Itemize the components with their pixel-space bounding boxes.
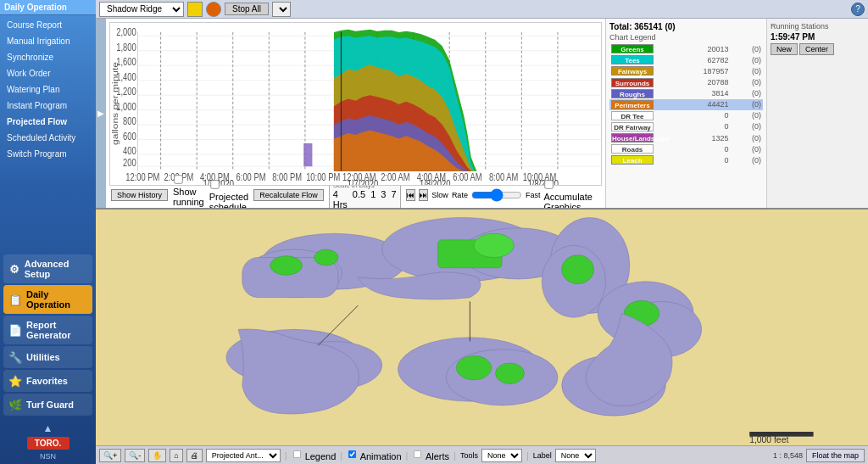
sidebar-item-instant-program[interactable]: Instant Program: [0, 98, 96, 114]
legend-row[interactable]: Greens 20013 (0): [609, 43, 763, 54]
svg-text:1/7/2020: 1/7/2020: [348, 178, 378, 185]
label-dropdown[interactable]: None: [555, 449, 596, 462]
sidebar-item-switch-program[interactable]: Switch Program: [0, 146, 96, 162]
toro-logo: TORO.: [27, 437, 70, 450]
turf-guard-icon: 🌿: [8, 398, 22, 411]
report-generator-icon: 📄: [8, 323, 22, 337]
big-nav-daily-operation[interactable]: 📋 Daily Operation: [3, 285, 92, 314]
legend-row[interactable]: House/Landscape 1325 (0): [609, 132, 763, 143]
svg-text:400: 400: [123, 145, 136, 156]
scale-values: 4 Hrs 0.5 1 3 7: [333, 189, 397, 209]
svg-text:1/8/2020: 1/8/2020: [420, 178, 450, 185]
play-forward-button[interactable]: ⏭: [419, 189, 428, 201]
play-back-button[interactable]: ⏮: [406, 189, 415, 201]
utilities-icon: 🔧: [8, 350, 22, 364]
scroll-up-arrow[interactable]: ▲: [43, 422, 53, 434]
legend-row[interactable]: Leach 0 (0): [609, 154, 763, 165]
chart-area: gallons per minute 2,000 1,800 1,600 1,4…: [106, 19, 605, 208]
show-running-checkbox[interactable]: [174, 175, 182, 183]
sidebar-item-scheduled-activity[interactable]: Scheduled Activity: [0, 130, 96, 146]
legend-row[interactable]: Fairways 187957 (0): [609, 65, 763, 76]
yellow-indicator[interactable]: [187, 2, 203, 17]
sidebar-item-work-order[interactable]: Work Order: [0, 65, 96, 81]
legend-panel: Total: 365141 (0) Chart Legend Greens 20…: [605, 19, 766, 208]
legend-row[interactable]: Perimeters 44421 (0): [609, 99, 763, 110]
big-nav-report-generator[interactable]: 📄 Report Generator: [3, 316, 92, 344]
svg-text:2:00 AM: 2:00 AM: [381, 171, 409, 182]
new-button[interactable]: New: [771, 43, 798, 55]
svg-text:1,000: 1,000: [116, 100, 136, 111]
legend-checkbox[interactable]: [293, 450, 301, 458]
help-button[interactable]: ?: [851, 3, 865, 16]
speed-slider[interactable]: [471, 191, 522, 199]
daily-operation-label: Daily Operation: [26, 289, 87, 310]
legend-row[interactable]: Roads 0 (0): [609, 143, 763, 154]
sidebar-item-synchronize[interactable]: Synchronize: [0, 49, 96, 65]
zoom-in-button[interactable]: 🔍+: [99, 449, 121, 462]
advanced-setup-icon: ⚙: [8, 262, 20, 276]
svg-text:1/8/2020: 1/8/2020: [528, 178, 559, 185]
big-nav-advanced-setup[interactable]: ⚙ Advanced Setup: [3, 254, 92, 283]
fast-label: Fast: [526, 191, 541, 199]
turf-guard-label: Turf Guard: [26, 400, 74, 410]
legend-row[interactable]: DR Tee 0 (0): [609, 110, 763, 121]
separator-3: |: [406, 450, 409, 461]
legend-row[interactable]: Surrounds 20788 (0): [609, 76, 763, 87]
legend-row[interactable]: Tees 62782 (0): [609, 54, 763, 65]
panel-left-arrow[interactable]: ▶: [96, 19, 106, 208]
main-content: Shadow Ridge Stop All ? ▶ gallons per mi…: [96, 0, 868, 464]
alerts-checkbox[interactable]: [414, 450, 421, 458]
animation-label: Animation: [347, 449, 401, 461]
svg-text:1,400: 1,400: [116, 71, 136, 82]
course-dropdown[interactable]: Shadow Ridge: [99, 2, 184, 17]
sidebar-item-watering-plan[interactable]: Watering Plan: [0, 81, 96, 98]
print-button[interactable]: 🖨: [186, 449, 203, 462]
stop-mode-dropdown[interactable]: [272, 2, 291, 17]
slow-label: Slow: [431, 191, 448, 199]
center-button[interactable]: Center: [799, 43, 834, 55]
stop-all-button[interactable]: Stop All: [225, 3, 269, 15]
legend-row[interactable]: DR Fairway 0 (0): [609, 121, 763, 132]
svg-text:2,000: 2,000: [116, 26, 136, 37]
reset-button[interactable]: ⌂: [170, 449, 182, 462]
orange-indicator[interactable]: [206, 2, 221, 17]
separator-4: |: [453, 450, 456, 461]
big-nav-utilities[interactable]: 🔧 Utilities: [3, 346, 92, 368]
chart-controls: Show History Show running in map Project…: [109, 186, 602, 204]
svg-text:800: 800: [123, 115, 136, 126]
svg-text:200: 200: [123, 157, 136, 168]
sidebar-item-projected-flow[interactable]: Projected Flow: [0, 114, 96, 130]
svg-point-62: [314, 249, 338, 266]
sidebar-item-course-report[interactable]: Course Report: [0, 17, 96, 33]
tools-dropdown[interactable]: None: [481, 449, 522, 462]
advanced-setup-label: Advanced Setup: [25, 259, 87, 279]
pan-button[interactable]: ✋: [148, 449, 166, 462]
show-history-button[interactable]: Show History: [111, 189, 168, 201]
projected-schedule-checkbox[interactable]: [210, 180, 219, 188]
map-scale: 1 : 8,548: [773, 451, 803, 460]
separator-2: |: [340, 450, 342, 461]
svg-point-80: [496, 363, 525, 384]
animation-checkbox[interactable]: [348, 450, 356, 458]
daily-operation-icon: 📋: [8, 293, 22, 306]
favorites-label: Favorites: [26, 376, 68, 386]
projected-ant-dropdown[interactable]: Projected Ant...: [206, 449, 281, 462]
recalculate-flow-button[interactable]: Recalculate Flow: [253, 189, 324, 201]
accumulate-checkbox[interactable]: [545, 180, 554, 188]
legend-label: Legend: [292, 449, 337, 461]
sidebar-item-manual-irrigation[interactable]: Manual Irrigation: [0, 33, 96, 49]
rate-label: Rate: [452, 191, 468, 199]
legend-table: Greens 20013 (0) Tees 62782 (0) Fairways…: [609, 43, 763, 165]
legend-row[interactable]: Roughs 3814 (0): [609, 88, 763, 99]
svg-text:6:00 AM: 6:00 AM: [453, 171, 481, 182]
float-map-button[interactable]: Float the map: [806, 449, 865, 462]
svg-text:8:00 AM: 8:00 AM: [489, 171, 518, 182]
svg-point-79: [456, 355, 491, 379]
big-nav-turf-guard[interactable]: 🌿 Turf Guard: [3, 394, 92, 416]
legend-title: Chart Legend: [609, 33, 763, 42]
zoom-out-button[interactable]: 🔍-: [125, 449, 145, 462]
chart-container: gallons per minute 2,000 1,800 1,600 1,4…: [109, 22, 602, 186]
svg-text:6:00 PM: 6:00 PM: [236, 171, 266, 182]
svg-text:600: 600: [123, 130, 136, 141]
big-nav-favorites[interactable]: ⭐ Favorites: [3, 370, 92, 392]
